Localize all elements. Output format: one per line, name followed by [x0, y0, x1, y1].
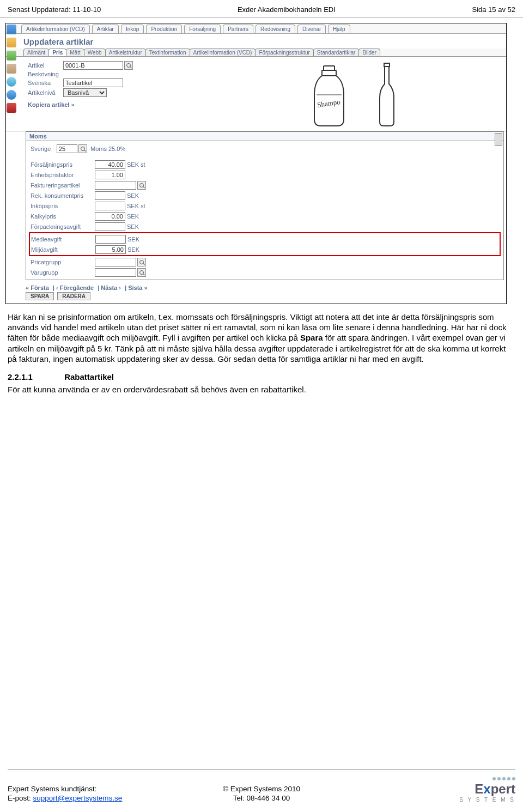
sidebar-icon-currency[interactable]: [7, 77, 16, 87]
lookup-input[interactable]: [95, 258, 136, 266]
price-label: Enhetsprisfaktor: [31, 172, 95, 178]
menu-tab[interactable]: Artiklar: [92, 25, 119, 33]
price-label: Kalkylpris: [31, 213, 95, 220]
subtab[interactable]: Bilder: [358, 49, 380, 56]
search-icon[interactable]: [137, 181, 146, 190]
doc-body: Här kan ni se prisinformation om artikel…: [0, 304, 523, 395]
nav-first[interactable]: « Första: [26, 284, 49, 291]
nav-last[interactable]: Sista »: [128, 284, 147, 291]
footer-center-2: Tel: 08-446 34 00: [177, 794, 346, 802]
footer-email-link[interactable]: support@expertsystems.se: [33, 794, 123, 802]
search-icon[interactable]: [124, 61, 133, 70]
price-label: Varugrupp: [31, 269, 95, 276]
svenska-input[interactable]: [63, 78, 123, 87]
unit-suffix: st: [141, 161, 145, 168]
price-input[interactable]: [95, 235, 126, 244]
menu-tab[interactable]: Redovisning: [256, 25, 295, 33]
menu-tab[interactable]: Inköp: [121, 25, 144, 33]
currency-unit: SEK: [127, 203, 139, 209]
copy-article-link[interactable]: Kopiera artikel »: [28, 98, 191, 109]
price-input[interactable]: [95, 222, 125, 231]
page-title: Uppdatera artiklar: [6, 34, 506, 49]
subtab[interactable]: Textinformation: [145, 49, 190, 56]
sidebar-icon-help[interactable]: [7, 90, 16, 100]
price-row: Pricatgrupp: [31, 257, 499, 267]
sidebar-icons: [7, 22, 20, 113]
header-left: Senast Uppdaterad: 11-10-10: [8, 5, 101, 14]
menu-tab[interactable]: Produktion: [146, 25, 182, 33]
price-input[interactable]: [95, 171, 125, 179]
search-icon[interactable]: [137, 258, 146, 266]
beskrivning-label: Beskrivning: [28, 71, 63, 77]
moms-code-input[interactable]: [57, 144, 77, 153]
footer-center-1: © Expert Systems 2010: [177, 785, 346, 793]
footer-left-1: Expert Systems kundtjänst:: [8, 785, 177, 793]
sidebar-icon-doc[interactable]: [7, 51, 16, 60]
subtab[interactable]: Förpackningsstruktur: [255, 49, 313, 56]
price-row: Rek. konsumentprisSEK: [31, 190, 499, 201]
svenska-label: Svenska: [28, 80, 63, 86]
search-icon[interactable]: [137, 268, 146, 277]
price-row: KalkylprisSEK: [31, 211, 499, 221]
currency-unit: SEK: [127, 161, 139, 168]
subtab[interactable]: Allmänt: [23, 49, 49, 56]
price-input[interactable]: [95, 245, 126, 254]
logo-text-x: x: [483, 781, 490, 796]
header-center: Exder Akademibokhandeln EDI: [238, 5, 336, 14]
search-icon[interactable]: [78, 144, 87, 153]
subtab[interactable]: Mått: [66, 49, 84, 56]
body-p1b-bold: Spara: [300, 333, 323, 342]
header-divider: [0, 17, 523, 17]
lookup-input[interactable]: [95, 268, 136, 277]
price-input[interactable]: [95, 191, 125, 200]
svg-text:Shampo: Shampo: [317, 98, 340, 109]
page-header: Senast Uppdaterad: 11-10-10 Exder Akadem…: [0, 0, 523, 17]
footer-left-2-pre: E-post:: [8, 794, 33, 802]
subtab[interactable]: Standardartiklar: [313, 49, 360, 56]
body-p2: För att kunna använda er av en ordervärd…: [8, 384, 515, 395]
sidebar-icon-folder[interactable]: [7, 38, 16, 47]
menu-tab[interactable]: Försäljning: [184, 25, 221, 33]
price-label: Miljöavgift: [31, 246, 95, 253]
artikelniva-select[interactable]: Basnivå: [63, 88, 107, 97]
sidebar-icon-chart[interactable]: [7, 25, 16, 34]
menu-tab[interactable]: Partners: [223, 25, 253, 33]
subtab[interactable]: Pris: [48, 49, 66, 56]
menu-tab[interactable]: Diverse: [297, 25, 326, 33]
lookup-input[interactable]: [95, 181, 136, 190]
scrollbar-thumb[interactable]: [495, 133, 502, 146]
subtab[interactable]: Artikelinformation (VCD): [190, 49, 256, 56]
subtab[interactable]: Webb: [84, 49, 106, 56]
price-row: FörpackningsavgiftSEK: [31, 221, 499, 232]
price-label: Försäljningspris: [31, 161, 95, 168]
artikel-input[interactable]: [63, 61, 123, 70]
menu-tab[interactable]: Hjälp: [328, 25, 350, 33]
subtab[interactable]: Artikelstruktur: [105, 49, 146, 56]
shampoo-bottle-icon: Shampo: [305, 65, 354, 128]
menu-tab[interactable]: Artikelinformation (VCD): [21, 25, 90, 33]
svg-rect-0: [324, 66, 335, 70]
logo-subtext: S Y S T E M S: [459, 797, 515, 803]
page-footer: Expert Systems kundtjänst: E-post: suppo…: [0, 769, 523, 812]
price-label: Inköpspris: [31, 203, 95, 209]
nav-prev[interactable]: ‹ Föregående: [56, 284, 94, 291]
price-input[interactable]: [95, 202, 125, 210]
nav-next[interactable]: Nästa ›: [101, 284, 121, 291]
currency-unit: SEK: [127, 236, 139, 243]
unit-suffix: st: [141, 203, 145, 209]
footer-divider: [8, 769, 515, 769]
price-input[interactable]: [95, 160, 125, 169]
sidebar-icon-truck[interactable]: [7, 64, 16, 74]
logo-text-post: pert: [491, 781, 515, 796]
price-row: MedieavgiftSEK: [31, 234, 498, 244]
expert-systems-logo: Expert S Y S T E M S: [459, 777, 515, 803]
save-button[interactable]: SPARA: [26, 292, 54, 300]
price-label: Faktureringsartikel: [31, 182, 95, 189]
moms-desc: Moms 25.0%: [90, 146, 125, 152]
delete-button[interactable]: RADERA: [57, 292, 90, 300]
price-row: Varugrupp: [31, 267, 499, 277]
price-input[interactable]: [95, 212, 125, 221]
price-label: Pricatgrupp: [31, 259, 95, 265]
price-label: Medieavgift: [31, 236, 95, 243]
sidebar-icon-exit[interactable]: [7, 103, 16, 113]
